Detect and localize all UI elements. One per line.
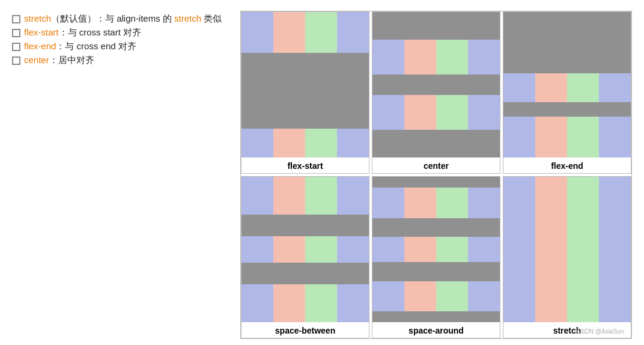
col-c1b xyxy=(337,177,369,215)
col-c2 xyxy=(404,237,436,261)
cell-flex-end-inner xyxy=(503,12,631,173)
gray-gap2 xyxy=(242,263,369,284)
gray-gap0 xyxy=(372,177,500,188)
cell-stretch: stretch xyxy=(503,176,631,338)
col-c3 xyxy=(436,95,468,130)
keyword-stretch: stretch xyxy=(24,13,51,23)
keyword-stretch2: stretch xyxy=(174,13,201,23)
strip-row1 xyxy=(372,188,500,218)
col-c2 xyxy=(404,188,436,218)
col-c1b xyxy=(468,188,500,218)
cell-label-space-between: space-between xyxy=(242,323,369,338)
col-c1 xyxy=(503,225,535,274)
col-c3 xyxy=(305,129,337,157)
col-c1b xyxy=(337,236,369,263)
col-c1b xyxy=(599,177,631,225)
cell-flex-start-inner xyxy=(242,12,369,173)
col-c2 xyxy=(273,177,305,215)
cell-center: center xyxy=(372,11,500,174)
cell-center-inner xyxy=(372,12,500,173)
strip-row2 xyxy=(503,225,631,274)
gray-gap xyxy=(242,53,369,129)
cell-flex-end: flex-end xyxy=(503,11,631,174)
strip-row2 xyxy=(503,117,631,157)
legend-flex-start-text: flex-start：与 cross start 对齐 xyxy=(24,27,141,38)
cell-label-flex-end: flex-end xyxy=(503,159,631,173)
col-c1 xyxy=(503,117,535,157)
col-c3 xyxy=(567,177,599,225)
col-c2 xyxy=(535,225,567,274)
col-c1 xyxy=(242,129,273,157)
col-c1b xyxy=(599,273,631,322)
col-c1 xyxy=(372,281,404,311)
col-c1 xyxy=(242,12,273,53)
gray-gap-mid xyxy=(503,102,631,117)
strip-row3 xyxy=(503,273,631,322)
gray-gap3 xyxy=(372,311,500,322)
col-c1 xyxy=(372,95,404,130)
legend-flex-end-text: flex-end：与 cross end 对齐 xyxy=(24,41,136,52)
cell-space-around-inner xyxy=(372,177,500,338)
strip-row1 xyxy=(372,40,500,75)
col-c2 xyxy=(273,236,305,263)
gray-gap1 xyxy=(242,215,369,236)
col-c1b xyxy=(599,73,631,102)
col-c3 xyxy=(567,73,599,102)
keyword-flex-start: flex-start xyxy=(24,27,59,37)
cell-label-space-around: space-around xyxy=(372,323,500,338)
checkbox-flex-end xyxy=(12,43,20,51)
col-c3 xyxy=(305,236,337,263)
col-c1 xyxy=(372,188,404,218)
legend-center-text: center：居中对齐 xyxy=(24,55,94,66)
strip-row2 xyxy=(372,237,500,261)
strip-row3 xyxy=(242,284,369,322)
legend-item-flex-start: flex-start：与 cross start 对齐 xyxy=(12,27,234,38)
col-c3 xyxy=(305,12,337,53)
cell-label-flex-start: flex-start xyxy=(242,159,369,173)
checkbox-flex-start xyxy=(12,29,20,37)
col-c1 xyxy=(503,73,535,102)
col-c1b xyxy=(468,40,500,75)
strip-row1 xyxy=(242,177,369,215)
keyword-center: center xyxy=(24,55,49,65)
col-c3 xyxy=(436,188,468,218)
col-c3 xyxy=(436,40,468,75)
col-c2 xyxy=(273,284,305,322)
col-c1b xyxy=(599,117,631,157)
legend-panel: stretch（默认值）：与 align-items 的 stretch 类似 … xyxy=(12,11,234,339)
col-c2 xyxy=(404,40,436,75)
col-c1b xyxy=(468,95,500,130)
checkbox-center xyxy=(12,56,20,65)
col-c1 xyxy=(372,237,404,261)
col-c2 xyxy=(535,117,567,157)
keyword-flex-end: flex-end xyxy=(24,41,56,51)
checkbox-stretch xyxy=(12,15,20,23)
gray-gap-mid xyxy=(372,75,500,95)
col-c1 xyxy=(503,177,535,225)
col-c1b xyxy=(468,281,500,311)
col-c3 xyxy=(436,237,468,261)
cell-space-around: space-around xyxy=(372,176,500,338)
gray-gap-top xyxy=(372,12,500,40)
col-c3 xyxy=(436,281,468,311)
watermark: CSDN @AsiaSun. xyxy=(577,328,625,335)
gray-gap2 xyxy=(372,262,500,281)
cell-label-center: center xyxy=(372,159,500,173)
gray-gap-bot xyxy=(372,130,500,157)
col-c3 xyxy=(567,273,599,322)
col-c3 xyxy=(305,284,337,322)
col-c2 xyxy=(404,281,436,311)
strip-row1 xyxy=(242,12,369,53)
strip-row1 xyxy=(503,177,631,225)
col-c1 xyxy=(242,284,273,322)
strip-row2 xyxy=(242,129,369,157)
strip-row3 xyxy=(372,281,500,311)
gray-gap-top xyxy=(503,12,631,73)
col-c1b xyxy=(337,129,369,157)
col-c2 xyxy=(535,273,567,322)
cell-flex-start: flex-start xyxy=(241,11,369,174)
col-c1 xyxy=(503,273,535,322)
col-c2 xyxy=(273,129,305,157)
col-c1b xyxy=(468,237,500,261)
col-c2 xyxy=(404,95,436,130)
